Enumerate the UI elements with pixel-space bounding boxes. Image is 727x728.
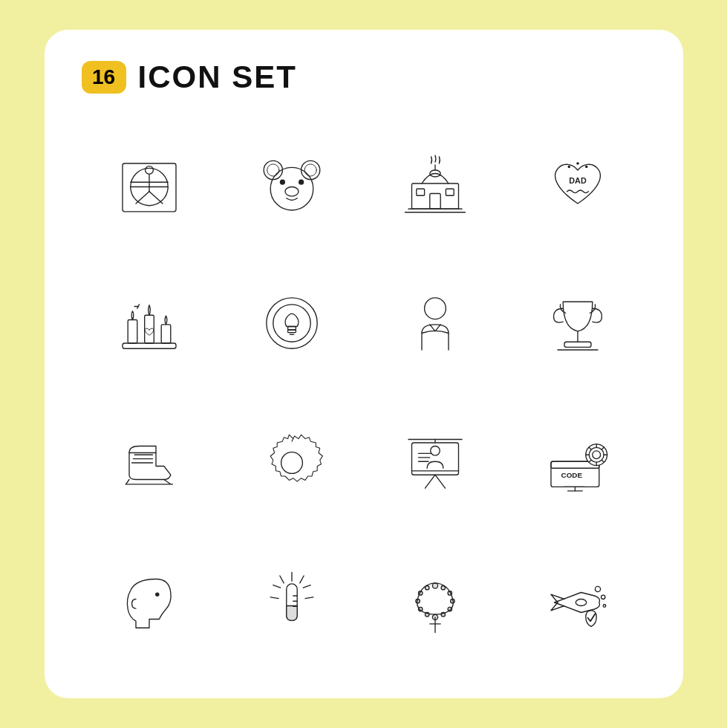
svg-point-14 — [285, 187, 299, 197]
svg-rect-49 — [411, 443, 458, 475]
head-profile-icon — [82, 536, 218, 669]
svg-point-12 — [304, 164, 316, 176]
svg-text:CODE: CODE — [561, 471, 583, 479]
svg-point-10 — [301, 160, 320, 179]
svg-rect-19 — [417, 189, 425, 195]
svg-point-105 — [602, 595, 605, 599]
presentation-icon — [368, 397, 503, 529]
svg-rect-20 — [446, 189, 454, 195]
svg-line-81 — [273, 585, 281, 588]
svg-line-5 — [136, 192, 149, 204]
svg-point-41 — [424, 298, 446, 319]
vitruvian-man-icon — [82, 117, 218, 250]
svg-point-15 — [280, 180, 285, 185]
svg-line-51 — [435, 475, 446, 488]
header: 16 ICON SET — [82, 59, 646, 95]
svg-point-28 — [576, 162, 579, 165]
svg-rect-18 — [430, 194, 440, 209]
svg-point-13 — [270, 167, 313, 210]
svg-rect-17 — [411, 183, 458, 209]
svg-point-27 — [585, 166, 588, 169]
restaurant-icon — [368, 117, 503, 250]
svg-rect-43 — [564, 342, 591, 347]
page-title: ICON SET — [138, 59, 297, 95]
svg-rect-32 — [144, 315, 154, 343]
koala-icon — [224, 117, 360, 250]
svg-point-103 — [576, 599, 587, 606]
svg-point-36 — [273, 305, 310, 342]
trophy-icon — [510, 257, 646, 389]
icons-grid: DAD — [82, 117, 646, 669]
svg-point-104 — [596, 586, 601, 591]
svg-point-9 — [264, 160, 282, 179]
svg-point-2 — [145, 166, 153, 175]
svg-point-106 — [603, 605, 606, 608]
rosary-icon — [368, 536, 503, 669]
main-card: 16 ICON SET — [45, 30, 683, 698]
code-settings-icon: CODE — [510, 397, 646, 529]
ice-skate-icon — [82, 397, 218, 529]
idea-coin-icon — [224, 257, 360, 389]
airplane-shield-icon — [510, 536, 646, 669]
svg-line-79 — [280, 576, 284, 583]
svg-line-80 — [304, 585, 311, 588]
svg-line-50 — [425, 475, 435, 488]
svg-point-76 — [155, 593, 159, 597]
svg-point-54 — [430, 446, 440, 456]
svg-point-48 — [281, 452, 303, 474]
svg-point-11 — [267, 164, 279, 176]
svg-line-78 — [300, 576, 304, 583]
settings-gear-icon — [224, 397, 360, 529]
test-tube-sun-icon — [224, 536, 360, 669]
svg-rect-29 — [123, 343, 176, 348]
svg-line-83 — [270, 597, 278, 599]
person-icon — [368, 257, 503, 389]
svg-rect-31 — [161, 325, 171, 343]
svg-point-26 — [568, 166, 571, 169]
svg-point-90 — [432, 583, 437, 588]
svg-point-35 — [267, 298, 317, 348]
svg-line-6 — [149, 192, 163, 204]
svg-text:DAD: DAD — [570, 176, 587, 185]
svg-line-82 — [305, 597, 313, 599]
svg-rect-30 — [128, 320, 137, 344]
candles-icon — [82, 257, 218, 389]
badge-number: 16 — [82, 61, 126, 94]
dad-heart-icon: DAD — [510, 117, 646, 250]
svg-point-16 — [299, 180, 304, 185]
